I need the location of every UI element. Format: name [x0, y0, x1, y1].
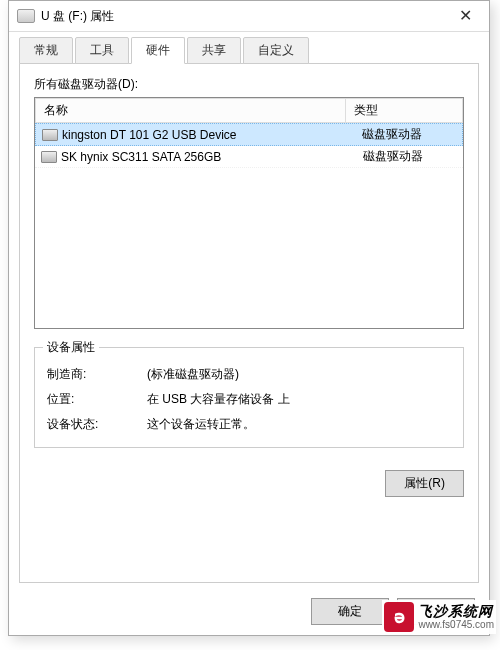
listview-body: kingston DT 101 G2 USB Device 磁盘驱动器 SK h… — [35, 123, 463, 168]
manufacturer-label: 制造商: — [47, 366, 147, 383]
device-properties-button[interactable]: 属性(R) — [385, 470, 464, 497]
drive-type: 磁盘驱动器 — [357, 148, 463, 165]
drive-row[interactable]: kingston DT 101 G2 USB Device 磁盘驱动器 — [35, 123, 463, 146]
titlebar[interactable]: U 盘 (F:) 属性 ✕ — [9, 1, 489, 32]
content-area: 常规 工具 硬件 共享 自定义 所有磁盘驱动器(D): 名称 类型 kingst… — [9, 32, 489, 593]
drive-name: SK hynix SC311 SATA 256GB — [61, 150, 221, 164]
watermark: ǝ 飞沙系统网 www.fs0745.com — [382, 600, 496, 634]
watermark-logo-icon: ǝ — [384, 602, 414, 632]
tab-sharing[interactable]: 共享 — [187, 37, 241, 64]
tab-hardware[interactable]: 硬件 — [131, 37, 185, 64]
disk-icon — [41, 151, 57, 163]
manufacturer-value: (标准磁盘驱动器) — [147, 366, 451, 383]
tab-tools[interactable]: 工具 — [75, 37, 129, 64]
close-button[interactable]: ✕ — [445, 2, 485, 30]
ok-button[interactable]: 确定 — [311, 598, 389, 625]
watermark-url: www.fs0745.com — [418, 619, 494, 630]
drive-name-cell: kingston DT 101 G2 USB Device — [36, 128, 356, 142]
disk-icon — [42, 129, 58, 141]
drive-listview[interactable]: 名称 类型 kingston DT 101 G2 USB Device 磁盘驱动… — [34, 97, 464, 329]
status-value: 这个设备运转正常。 — [147, 416, 451, 433]
location-value: 在 USB 大容量存储设备 上 — [147, 391, 451, 408]
properties-dialog: U 盘 (F:) 属性 ✕ 常规 工具 硬件 共享 自定义 所有磁盘驱动器(D)… — [8, 0, 490, 636]
tab-custom[interactable]: 自定义 — [243, 37, 309, 64]
status-label: 设备状态: — [47, 416, 147, 433]
column-header-name[interactable]: 名称 — [35, 98, 346, 123]
drivelist-caption: 所有磁盘驱动器(D): — [34, 76, 464, 93]
column-header-type[interactable]: 类型 — [346, 98, 463, 123]
watermark-title: 飞沙系统网 — [418, 604, 494, 619]
tab-general[interactable]: 常规 — [19, 37, 73, 64]
location-label: 位置: — [47, 391, 147, 408]
window-title: U 盘 (F:) 属性 — [41, 8, 445, 25]
drive-icon — [17, 9, 35, 23]
drive-name-cell: SK hynix SC311 SATA 256GB — [35, 150, 357, 164]
device-properties-group: 设备属性 制造商: (标准磁盘驱动器) 位置: 在 USB 大容量存储设备 上 … — [34, 347, 464, 448]
tab-pane: 所有磁盘驱动器(D): 名称 类型 kingston DT 101 G2 USB… — [19, 63, 479, 583]
listview-header: 名称 类型 — [35, 98, 463, 123]
tab-strip: 常规 工具 硬件 共享 自定义 — [19, 37, 479, 64]
drive-name: kingston DT 101 G2 USB Device — [62, 128, 237, 142]
groupbox-legend: 设备属性 — [43, 339, 99, 356]
drive-row[interactable]: SK hynix SC311 SATA 256GB 磁盘驱动器 — [35, 146, 463, 168]
watermark-text: 飞沙系统网 www.fs0745.com — [418, 604, 494, 630]
drive-type: 磁盘驱动器 — [356, 126, 462, 143]
properties-button-row: 属性(R) — [34, 470, 464, 497]
